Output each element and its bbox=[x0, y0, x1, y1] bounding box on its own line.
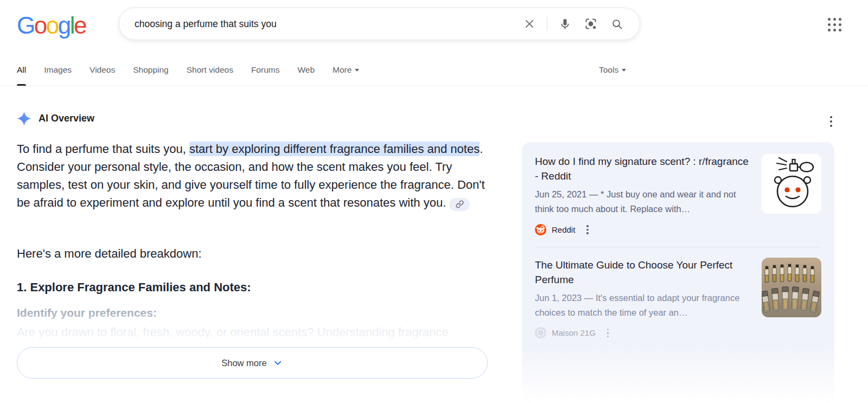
tab-shopping[interactable]: Shopping bbox=[133, 54, 169, 86]
tab-forums[interactable]: Forums bbox=[251, 54, 280, 86]
results-tabs: All Images Videos Shopping Short videos … bbox=[17, 54, 359, 86]
card-source-row: Maison 21G bbox=[535, 327, 753, 340]
search-input[interactable] bbox=[135, 18, 519, 30]
ai-overview-header: AI Overview bbox=[17, 111, 94, 126]
ai-overview-paragraph: To find a perfume that suits you, start … bbox=[17, 140, 494, 212]
tools-button[interactable]: Tools bbox=[599, 54, 626, 86]
logo-letter: l bbox=[70, 12, 74, 39]
card-text: The Ultimate Guide to Choose Your Perfec… bbox=[535, 258, 753, 340]
card-thumbnail-reddit-drawing[interactable] bbox=[762, 154, 821, 214]
breakdown-intro-text: Here's a more detailed breakdown: bbox=[17, 247, 202, 261]
card-title-link[interactable]: The Ultimate Guide to Choose Your Perfec… bbox=[535, 258, 753, 287]
source-name: Maison 21G bbox=[552, 328, 596, 337]
ai-overview-label: AI Overview bbox=[39, 113, 94, 124]
ai-overview-section: AI Overview To find a perfume that suits… bbox=[17, 108, 494, 403]
card-snippet: Jun 25, 2021 — * Just buy one and wear i… bbox=[535, 187, 753, 216]
tools-label: Tools bbox=[599, 65, 618, 75]
maison21g-favicon bbox=[535, 327, 546, 338]
tab-all[interactable]: All bbox=[17, 54, 26, 86]
chevron-down-icon bbox=[622, 69, 626, 72]
show-more-button[interactable]: Show more bbox=[17, 347, 488, 379]
section-heading: 1. Explore Fragrance Families and Notes: bbox=[17, 280, 251, 295]
reddit-favicon bbox=[535, 224, 546, 235]
card-text: How do I find my signature scent? : r/fr… bbox=[535, 154, 753, 236]
apps-grid-icon[interactable] bbox=[827, 17, 843, 33]
search-bar-icons bbox=[519, 13, 628, 35]
paragraph-pre: To find a perfume that suits you, bbox=[17, 142, 189, 156]
logo-letter: e bbox=[74, 12, 86, 39]
show-more-label: Show more bbox=[221, 358, 266, 368]
faded-body-line: Are you drawn to floral, fresh, woody, o… bbox=[17, 325, 449, 340]
source-card[interactable]: The Ultimate Guide to Choose Your Perfec… bbox=[535, 258, 821, 340]
lens-icon[interactable] bbox=[580, 13, 602, 35]
ai-sparkle-icon bbox=[17, 111, 31, 126]
search-icon[interactable] bbox=[606, 13, 628, 35]
sub-heading-faded: Identify your preferences: bbox=[17, 306, 157, 319]
chevron-down-icon bbox=[355, 69, 359, 72]
link-icon bbox=[456, 200, 464, 208]
logo-letter: o bbox=[34, 12, 46, 39]
card-title-link[interactable]: How do I find my signature scent? : r/fr… bbox=[535, 154, 753, 183]
search-bar[interactable] bbox=[119, 8, 640, 40]
clear-icon[interactable] bbox=[519, 13, 540, 35]
logo-letter: o bbox=[46, 12, 58, 39]
card-menu-icon[interactable] bbox=[605, 327, 611, 340]
tab-videos[interactable]: Videos bbox=[90, 54, 115, 86]
tab-web[interactable]: Web bbox=[297, 54, 315, 86]
tab-images[interactable]: Images bbox=[44, 54, 72, 86]
mic-icon[interactable] bbox=[554, 13, 576, 35]
citation-link-chip[interactable] bbox=[449, 198, 470, 211]
chevron-down-icon bbox=[272, 357, 283, 368]
google-logo[interactable]: Google bbox=[17, 12, 86, 39]
card-source-row: Reddit bbox=[535, 223, 753, 236]
cards-fade-out-gradient bbox=[522, 346, 834, 403]
tab-more-label: More bbox=[333, 65, 352, 75]
tab-more[interactable]: More bbox=[333, 54, 359, 86]
results-tabs-bar: All Images Videos Shopping Short videos … bbox=[0, 54, 868, 86]
ai-overview-menu-icon[interactable] bbox=[828, 114, 834, 129]
source-cards-panel: How do I find my signature scent? : r/fr… bbox=[522, 142, 834, 403]
card-menu-icon[interactable] bbox=[585, 223, 590, 236]
paragraph-highlight: start by exploring different fragrance f… bbox=[189, 142, 480, 156]
card-thumbnail-perfume-vials[interactable] bbox=[762, 258, 821, 317]
tab-short-videos[interactable]: Short videos bbox=[187, 54, 233, 86]
cards-divider bbox=[535, 247, 821, 247]
logo-letter: G bbox=[17, 12, 34, 39]
source-card[interactable]: How do I find my signature scent? : r/fr… bbox=[535, 154, 821, 236]
source-name: Reddit bbox=[552, 225, 575, 234]
logo-letter: g bbox=[58, 12, 70, 39]
search-bar-divider bbox=[547, 17, 547, 31]
card-snippet: Jun 1, 2023 — It's essential to adapt yo… bbox=[535, 291, 753, 320]
google-search-page: Google bbox=[0, 0, 868, 403]
